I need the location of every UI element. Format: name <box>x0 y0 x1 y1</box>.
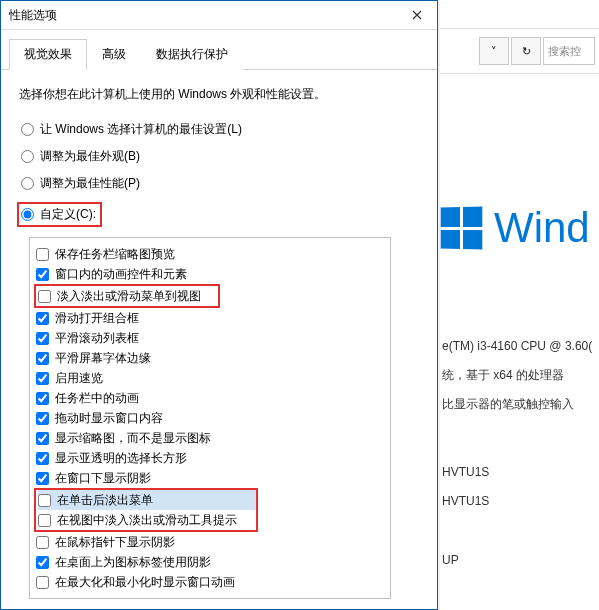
radio-option[interactable]: 让 Windows 选择计算机的最佳设置(L) <box>21 121 419 138</box>
checkbox-label: 在最大化和最小化时显示窗口动画 <box>55 574 235 591</box>
checkbox-input[interactable] <box>36 432 49 445</box>
checkbox-label: 在窗口下显示阴影 <box>55 470 151 487</box>
radio-input[interactable] <box>21 177 34 190</box>
radio-label: 自定义(C): <box>40 206 96 223</box>
code-line: HVTU1S <box>442 458 599 487</box>
search-input[interactable]: 搜索控 <box>543 37 595 65</box>
check-option[interactable]: 在窗口下显示阴影 <box>36 468 386 488</box>
radio-label: 调整为最佳性能(P) <box>40 175 140 192</box>
checkbox-label: 保存任务栏缩略图预览 <box>55 246 175 263</box>
dialog-title: 性能选项 <box>9 7 57 24</box>
check-option[interactable]: 平滑屏幕字体边缘 <box>36 348 386 368</box>
checkbox-input[interactable] <box>36 248 49 261</box>
tab-dep[interactable]: 数据执行保护 <box>141 39 243 70</box>
check-option[interactable]: 在单击后淡出菜单 <box>38 490 256 510</box>
description-text: 选择你想在此计算机上使用的 Windows 外观和性能设置。 <box>19 86 419 103</box>
code-line: HVTU1S <box>442 487 599 516</box>
checkbox-input[interactable] <box>38 290 51 303</box>
refresh-button[interactable]: ↻ <box>511 37 541 65</box>
checkbox-input[interactable] <box>36 556 49 569</box>
windows-brand: Wind <box>440 204 599 252</box>
checkbox-label: 淡入淡出或滑动菜单到视图 <box>57 288 201 305</box>
tab-visual-effects[interactable]: 视觉效果 <box>9 39 87 70</box>
checkbox-label: 在鼠标指针下显示阴影 <box>55 534 175 551</box>
highlight-box: 在单击后淡出菜单在视图中淡入淡出或滑动工具提示 <box>34 488 258 532</box>
radio-label: 调整为最佳外观(B) <box>40 148 140 165</box>
radio-input[interactable] <box>21 123 34 136</box>
brand-text: Wind <box>494 204 590 252</box>
checkbox-label: 启用速览 <box>55 370 103 387</box>
check-option[interactable]: 任务栏中的动画 <box>36 388 386 408</box>
dropdown-button[interactable]: ˅ <box>479 37 509 65</box>
check-option[interactable]: 拖动时显示窗口内容 <box>36 408 386 428</box>
highlight-box: 淡入淡出或滑动菜单到视图 <box>34 284 220 308</box>
check-option[interactable]: 显示亚透明的选择长方形 <box>36 448 386 468</box>
checkbox-label: 在桌面上为图标标签使用阴影 <box>55 554 211 571</box>
chevron-down-icon: ˅ <box>491 45 497 58</box>
check-option[interactable]: 在桌面上为图标标签使用阴影 <box>36 552 386 572</box>
checkbox-label: 显示缩略图，而不是显示图标 <box>55 430 211 447</box>
visual-effects-list[interactable]: 保存任务栏缩略图预览窗口内的动画控件和元素淡入淡出或滑动菜单到视图滑动打开组合框… <box>29 237 391 599</box>
info-line: 比显示器的笔或触控输入 <box>442 390 599 419</box>
radio-option[interactable]: 自定义(C): <box>21 202 419 227</box>
checkbox-label: 任务栏中的动画 <box>55 390 139 407</box>
radio-group: 让 Windows 选择计算机的最佳设置(L)调整为最佳外观(B)调整为最佳性能… <box>21 121 419 227</box>
background-window: ˅ ↻ 搜索控 Wind e(TM) i3-4160 CPU @ 3.60( 统… <box>440 0 599 610</box>
checkbox-label: 窗口内的动画控件和元素 <box>55 266 187 283</box>
close-icon <box>412 10 422 20</box>
radio-option[interactable]: 调整为最佳性能(P) <box>21 175 419 192</box>
checkbox-input[interactable] <box>36 392 49 405</box>
checkbox-label: 在单击后淡出菜单 <box>57 492 153 509</box>
checkbox-label: 显示亚透明的选择长方形 <box>55 450 187 467</box>
checkbox-input[interactable] <box>36 268 49 281</box>
checkbox-input[interactable] <box>36 312 49 325</box>
tab-advanced[interactable]: 高级 <box>87 39 141 70</box>
checkbox-input[interactable] <box>36 352 49 365</box>
system-info: e(TM) i3-4160 CPU @ 3.60( 统，基于 x64 的处理器 … <box>440 332 599 418</box>
checkbox-input[interactable] <box>36 452 49 465</box>
highlight-box: 自定义(C): <box>17 202 102 227</box>
refresh-icon: ↻ <box>522 45 531 58</box>
checkbox-label: 在视图中淡入淡出或滑动工具提示 <box>57 512 237 529</box>
checkbox-input[interactable] <box>36 372 49 385</box>
tab-content: 选择你想在此计算机上使用的 Windows 外观和性能设置。 让 Windows… <box>1 70 437 609</box>
checkbox-label: 滑动打开组合框 <box>55 310 139 327</box>
performance-options-dialog: 性能选项 视觉效果 高级 数据执行保护 选择你想在此计算机上使用的 Window… <box>0 0 438 610</box>
checkbox-input[interactable] <box>38 494 51 507</box>
checkbox-input[interactable] <box>36 332 49 345</box>
workgroup: UP <box>440 546 599 575</box>
checkbox-input[interactable] <box>36 536 49 549</box>
radio-input[interactable] <box>21 150 34 163</box>
windows-logo-icon <box>441 206 483 249</box>
check-option[interactable]: 窗口内的动画控件和元素 <box>36 264 386 284</box>
check-option[interactable]: 淡入淡出或滑动菜单到视图 <box>38 286 218 306</box>
check-option[interactable]: 滑动打开组合框 <box>36 308 386 328</box>
check-option[interactable]: 保存任务栏缩略图预览 <box>36 244 386 264</box>
info-line: 统，基于 x64 的处理器 <box>442 361 599 390</box>
radio-label: 让 Windows 选择计算机的最佳设置(L) <box>40 121 242 138</box>
check-option[interactable]: 启用速览 <box>36 368 386 388</box>
bg-toolbar: ˅ ↻ 搜索控 <box>440 29 599 74</box>
checkbox-label: 平滑滚动列表框 <box>55 330 139 347</box>
check-option[interactable]: 平滑滚动列表框 <box>36 328 386 348</box>
close-button[interactable] <box>397 1 437 29</box>
info-line: e(TM) i3-4160 CPU @ 3.60( <box>442 332 599 361</box>
check-option[interactable]: 在最大化和最小化时显示窗口动画 <box>36 572 386 592</box>
radio-option[interactable]: 调整为最佳外观(B) <box>21 148 419 165</box>
radio-input[interactable] <box>21 208 34 221</box>
checkbox-label: 拖动时显示窗口内容 <box>55 410 163 427</box>
checkbox-label: 平滑屏幕字体边缘 <box>55 350 151 367</box>
titlebar: 性能选项 <box>1 1 437 30</box>
check-option[interactable]: 显示缩略图，而不是显示图标 <box>36 428 386 448</box>
checkbox-input[interactable] <box>36 472 49 485</box>
check-option[interactable]: 在鼠标指针下显示阴影 <box>36 532 386 552</box>
checkbox-input[interactable] <box>36 412 49 425</box>
group-line: UP <box>442 546 599 575</box>
check-option[interactable]: 在视图中淡入淡出或滑动工具提示 <box>38 510 256 530</box>
search-placeholder: 搜索控 <box>548 44 581 59</box>
checkbox-input[interactable] <box>38 514 51 527</box>
tab-bar: 视觉效果 高级 数据执行保护 <box>1 30 437 70</box>
system-codes: HVTU1S HVTU1S <box>440 458 599 516</box>
checkbox-input[interactable] <box>36 576 49 589</box>
